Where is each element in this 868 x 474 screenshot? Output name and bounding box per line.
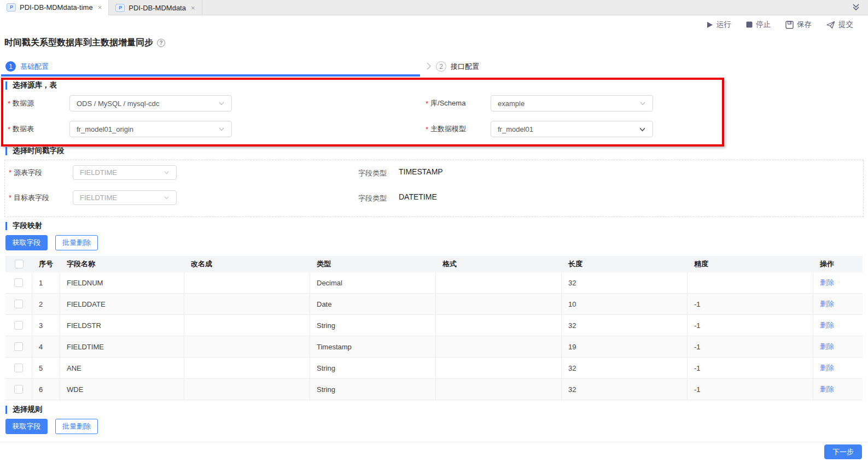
row-checkbox[interactable]	[14, 321, 23, 330]
master-model-label: * 主数据模型	[426, 121, 466, 137]
cell-rename[interactable]	[184, 315, 310, 336]
batch-delete-button-rules[interactable]: 批量删除	[55, 419, 98, 434]
cell-format	[436, 379, 562, 400]
delete-link[interactable]: 删除	[820, 363, 834, 373]
get-fields-button[interactable]: 获取字段	[5, 235, 48, 250]
cell-type: String	[310, 315, 436, 336]
field-type-label: 字段类型	[358, 194, 387, 203]
section-title-text: 字段映射	[13, 221, 42, 231]
cell-rename[interactable]	[184, 294, 310, 314]
section-title-timestamp: 选择时间戳字段	[5, 146, 65, 156]
get-fields-button-rules[interactable]: 获取字段	[5, 419, 48, 434]
section-title-rules: 选择规则	[5, 405, 42, 414]
step-interface-config[interactable]: 2 接口配置	[436, 61, 479, 72]
row-checkbox[interactable]	[14, 278, 23, 287]
step-basic-config[interactable]: 1 基础配置	[5, 61, 49, 72]
chevron-down-icon	[639, 100, 646, 107]
collapse-double-chevron-icon[interactable]	[852, 3, 860, 11]
footer-divider	[0, 442, 868, 442]
run-button[interactable]: 运行	[706, 20, 731, 30]
section-accent-bar	[5, 147, 7, 155]
table-row: 5 ANE String 32 -1 删除	[5, 358, 863, 379]
section-title-text: 选择规则	[13, 405, 42, 414]
section-title-source: 选择源库，表	[5, 80, 57, 90]
cell-rename[interactable]	[184, 336, 310, 357]
tab-pdi-db-mdmdata-time[interactable]: P PDI-DB-MDMdata-time ×	[0, 0, 109, 15]
delete-link[interactable]: 删除	[820, 320, 834, 330]
cell-rename[interactable]	[184, 379, 310, 400]
cell-field-name: ANE	[60, 358, 184, 378]
header-action: 操作	[813, 256, 863, 272]
stop-button[interactable]: 停止	[746, 20, 771, 30]
table-row: 2 FIELDDATE Date 10 -1 删除	[5, 294, 863, 315]
play-icon	[706, 21, 713, 28]
table-row: 4 FIELDTIME Timestamp 19 -1 删除	[5, 336, 863, 358]
section-accent-bar	[5, 81, 7, 90]
field-type-value: TIMESTAMP	[399, 167, 443, 176]
cell-rename[interactable]	[184, 358, 310, 378]
cell-length: 32	[562, 272, 688, 293]
page-title: 时间戳关系型数据库到主数据增量同步 ?	[4, 37, 165, 49]
save-button[interactable]: 保存	[785, 20, 812, 30]
row-checkbox[interactable]	[14, 364, 23, 372]
section-accent-bar	[5, 406, 7, 414]
batch-delete-button[interactable]: 批量删除	[55, 235, 98, 250]
tab-label: PDI-DB-MDMdata-time	[20, 3, 93, 11]
cell-field-name: FIELDNUM	[60, 272, 184, 293]
step-arrow-icon	[425, 62, 433, 71]
target-field-select[interactable]: FIELDTIME	[73, 190, 177, 205]
cell-rename[interactable]	[184, 272, 310, 293]
header-field-name: 字段名称	[60, 256, 184, 272]
master-model-select[interactable]: fr_model01	[491, 121, 653, 137]
schema-select[interactable]: example	[491, 95, 653, 112]
target-field-value: FIELDTIME	[80, 194, 117, 202]
source-field-select[interactable]: FIELDTIME	[73, 165, 177, 180]
cell-seq: 4	[32, 336, 60, 357]
close-icon[interactable]: ×	[191, 4, 195, 12]
cell-field-name: FIELDSTR	[60, 315, 184, 336]
chevron-down-icon	[218, 126, 225, 132]
close-icon[interactable]: ×	[98, 3, 102, 11]
cell-format	[436, 336, 562, 357]
cell-seq: 3	[32, 315, 60, 336]
row-checkbox[interactable]	[14, 342, 23, 351]
cell-precision: -1	[688, 379, 813, 400]
chevron-down-icon	[218, 100, 225, 107]
page-title-text: 时间戳关系型数据库到主数据增量同步	[4, 37, 153, 49]
datasource-select[interactable]: ODS / MySQL / mysql-cdc	[69, 95, 232, 112]
cell-type: Decimal	[310, 272, 436, 293]
tab-bar: P PDI-DB-MDMdata-time × P PDI-DB-MDMdata…	[0, 0, 868, 15]
row-checkbox[interactable]	[14, 300, 23, 308]
next-step-button[interactable]: 下一步	[824, 444, 862, 459]
help-icon[interactable]: ?	[157, 39, 165, 47]
table-row: 1 FIELDNUM Decimal 32 删除	[5, 272, 863, 294]
cell-seq: 2	[32, 294, 60, 314]
action-toolbar: 运行 停止 保存 提交	[0, 16, 868, 33]
delete-link[interactable]: 删除	[820, 299, 834, 309]
submit-button[interactable]: 提交	[826, 20, 853, 30]
tab-pdi-db-mdmdata[interactable]: P PDI-DB-MDMdata ×	[109, 0, 202, 15]
table-row: 6 WDE String 32 -1 删除	[5, 379, 863, 400]
label-text: 目标表字段	[14, 193, 49, 203]
delete-link[interactable]: 删除	[820, 342, 834, 352]
row-checkbox[interactable]	[14, 385, 23, 394]
cell-length: 32	[562, 379, 688, 400]
delete-link[interactable]: 删除	[820, 384, 834, 394]
datatable-select[interactable]: fr_model01_origin	[69, 121, 232, 137]
step-number: 2	[436, 61, 446, 72]
label-text: 数据源	[13, 98, 34, 108]
cell-precision: -1	[688, 294, 813, 314]
active-step-indicator-bar	[1, 74, 420, 77]
target-field-label: * 目标表字段	[9, 190, 49, 205]
chevron-down-icon	[164, 195, 170, 201]
field-mapping-table: 序号 字段名称 改名成 类型 格式 长度 精度 操作 1 FIELDNUM De…	[5, 256, 863, 400]
cell-precision	[688, 272, 813, 293]
cell-format	[436, 294, 562, 314]
delete-link[interactable]: 删除	[820, 278, 834, 288]
select-all-checkbox[interactable]	[15, 260, 24, 268]
required-asterisk: *	[9, 168, 11, 177]
cell-precision: -1	[688, 315, 813, 336]
chevron-down-icon	[639, 126, 646, 133]
header-format: 格式	[436, 256, 562, 272]
label-text: 库/Schema	[430, 98, 465, 108]
